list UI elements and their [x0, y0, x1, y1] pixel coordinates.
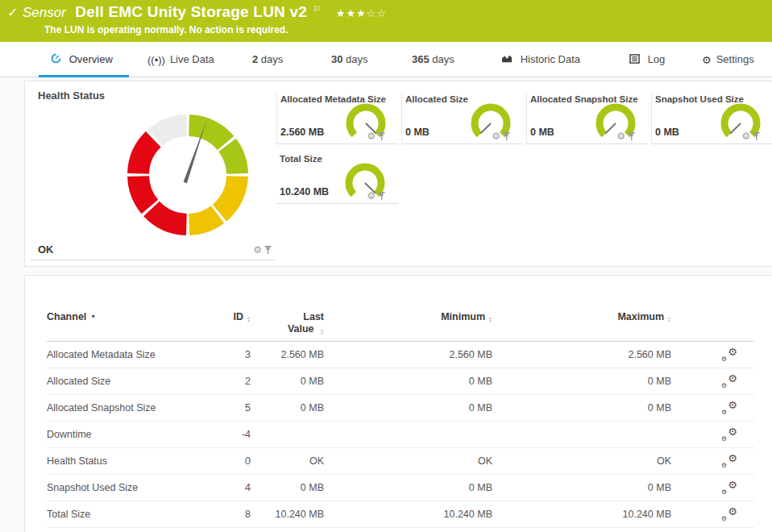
- tab-settings[interactable]: ⚙Settings: [702, 42, 754, 77]
- channel-settings-icon[interactable]: ⚙⚙: [721, 347, 737, 361]
- pin-icon[interactable]: [378, 131, 385, 141]
- channel-settings-icon[interactable]: ⚙⚙: [721, 400, 737, 414]
- mini-gauge-value: 10.240 MB: [280, 186, 329, 197]
- channel-settings-icon[interactable]: ⚙⚙: [721, 426, 737, 441]
- broadcast-icon: ((•)): [147, 54, 165, 66]
- flag-icon[interactable]: ⚐: [313, 4, 321, 14]
- pin-icon[interactable]: [628, 131, 635, 141]
- log-icon: [629, 54, 643, 66]
- tab-2-days[interactable]: 2 days: [252, 42, 283, 77]
- priority-stars[interactable]: ★★★☆☆: [336, 7, 387, 19]
- table-row: Allocated Metadata Size 3 2.560 MB 2.560…: [47, 342, 754, 368]
- mini-gauge-value: 0 MB: [530, 127, 554, 138]
- channel-name[interactable]: Snapshot Used Size: [47, 482, 208, 493]
- mini-gauge-value: 0 MB: [655, 127, 679, 138]
- settings-gear-icon: ⚙: [702, 54, 712, 66]
- mini-gauge-allocated-size: Allocated Size 0 MB ⚙: [401, 93, 523, 144]
- pin-icon[interactable]: [378, 191, 385, 201]
- tab-365-days[interactable]: 365 days: [412, 42, 454, 77]
- gear-icon[interactable]: ⚙: [253, 245, 262, 255]
- tab-settings-label: Settings: [716, 53, 754, 65]
- mini-gauge-title: Allocated Size: [405, 94, 468, 104]
- page-title: Dell EMC Unity Storage LUN v2: [75, 3, 307, 20]
- mini-gauge-snapshot-used-size: Snapshot Used Size 0 MB ⚙: [651, 93, 772, 144]
- sensor-status-header: ✓ Sensor Dell EMC Unity Storage LUN v2 ⚐…: [0, 0, 772, 42]
- channels-panel: Channel▼ ID▲▼ Last Value ▲▼ Minimum▲▼ Ma…: [24, 275, 772, 532]
- tab-live-data[interactable]: ((•))Live Data: [147, 42, 214, 77]
- tab-log-label: Log: [648, 53, 666, 65]
- gauge-icon: [51, 54, 64, 66]
- mini-gauge-value: 2.560 MB: [280, 127, 324, 138]
- channel-name[interactable]: Total Size: [47, 509, 208, 520]
- tab-30-days-number: 30: [331, 53, 342, 65]
- active-tab-indicator: [39, 75, 129, 77]
- tab-365-days-label: days: [432, 53, 454, 65]
- tab-historic-data[interactable]: Historic Data: [501, 42, 580, 77]
- tab-overview-label: Overview: [69, 53, 113, 65]
- channel-name[interactable]: Allocated Size: [47, 376, 208, 387]
- table-row: Health Status 0 OK OK OK ⚙⚙: [47, 448, 754, 475]
- channel-name[interactable]: Allocated Snapshot Size: [47, 402, 208, 414]
- tab-30-days-label: days: [346, 53, 367, 65]
- tab-historic-data-label: Historic Data: [521, 53, 580, 65]
- pin-icon[interactable]: [503, 131, 510, 141]
- tab-30-days[interactable]: 30 days: [331, 42, 368, 77]
- table-row: Allocated Size 2 0 MB 0 MB 0 MB ⚙⚙: [47, 368, 754, 395]
- mini-gauge-title: Total Size: [280, 154, 322, 164]
- mini-gauge-total-size: Total Size 10.240 MB ⚙: [276, 152, 398, 204]
- channel-settings-icon[interactable]: ⚙⚙: [721, 453, 737, 468]
- sensor-kind-label: Sensor: [23, 5, 66, 20]
- channel-settings-icon[interactable]: ⚙⚙: [721, 373, 737, 388]
- mini-gauge-value: 0 MB: [405, 127, 430, 138]
- tab-2-days-number: 2: [252, 53, 258, 65]
- channel-settings-icon[interactable]: ⚙⚙: [721, 506, 737, 521]
- area-chart-icon: [501, 54, 516, 66]
- health-status-value: OK: [38, 243, 54, 256]
- column-header-channel[interactable]: Channel▼: [47, 311, 208, 322]
- table-row: Snapshot Used Size 4 0 MB 0 MB 0 MB ⚙⚙: [47, 475, 754, 501]
- mini-gauge-allocated-snapshot-size: Allocated Snapshot Size 0 MB ⚙: [526, 93, 648, 144]
- tab-log[interactable]: Log: [629, 42, 665, 77]
- caret-down-icon: ▼: [90, 314, 96, 319]
- gear-icon[interactable]: ⚙: [741, 131, 750, 141]
- health-gauge-title: Health Status: [38, 89, 105, 102]
- channel-table: Channel▼ ID▲▼ Last Value ▲▼ Minimum▲▼ Ma…: [47, 308, 754, 528]
- tab-2-days-label: days: [261, 53, 283, 65]
- gear-icon[interactable]: ⚙: [367, 191, 376, 201]
- health-gauge-footer: OK ⚙: [30, 239, 276, 260]
- sensor-status-message: The LUN is operating normally. No action…: [44, 24, 288, 35]
- tab-overview[interactable]: Overview: [51, 42, 113, 77]
- column-header-minimum[interactable]: Minimum▲▼: [324, 311, 492, 322]
- column-header-maximum[interactable]: Maximum▲▼: [492, 311, 671, 322]
- table-header-row: Channel▼ ID▲▼ Last Value ▲▼ Minimum▲▼ Ma…: [47, 308, 754, 342]
- health-status-gauge: [123, 110, 252, 239]
- pin-icon[interactable]: [264, 245, 272, 255]
- table-row: Total Size 8 10.240 MB 10.240 MB 10.240 …: [47, 501, 754, 528]
- check-icon: ✓: [7, 5, 18, 20]
- mini-gauge-allocated-metadata-size: Allocated Metadata Size 2.560 MB ⚙: [276, 93, 398, 144]
- gauges-panel: Health Status OK ⚙ Allocated Metadata Si…: [24, 81, 772, 267]
- sort-icon: ▲▼: [667, 316, 671, 322]
- tab-live-data-label: Live Data: [170, 53, 214, 65]
- tab-365-days-number: 365: [412, 53, 430, 65]
- channel-name[interactable]: Health Status: [47, 455, 208, 467]
- table-row: Downtime -4 ⚙⚙: [47, 422, 754, 448]
- channel-settings-icon[interactable]: ⚙⚙: [721, 480, 737, 494]
- channel-name[interactable]: Allocated Metadata Size: [47, 349, 208, 360]
- gear-icon[interactable]: ⚙: [616, 131, 625, 141]
- gear-icon[interactable]: ⚙: [492, 131, 500, 141]
- channel-name[interactable]: Downtime: [47, 429, 208, 440]
- tab-bar: Overview ((•))Live Data 2 days 30 days 3…: [0, 42, 772, 77]
- table-row: Allocated Snapshot Size 5 0 MB 0 MB 0 MB…: [47, 395, 754, 422]
- column-header-id[interactable]: ID▲▼: [208, 311, 251, 322]
- sort-icon: ▲▼: [320, 328, 324, 335]
- column-header-last-value[interactable]: Last Value ▲▼: [251, 311, 324, 335]
- gear-icon[interactable]: ⚙: [367, 131, 376, 141]
- pin-icon[interactable]: [753, 131, 760, 141]
